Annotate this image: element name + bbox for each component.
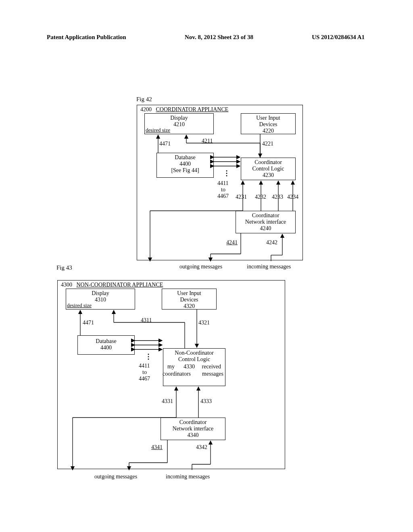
svg-point-31 [148,354,149,355]
svg-point-32 [148,356,149,357]
svg-point-33 [148,359,149,360]
fig43-arrows-svg [0,0,413,484]
